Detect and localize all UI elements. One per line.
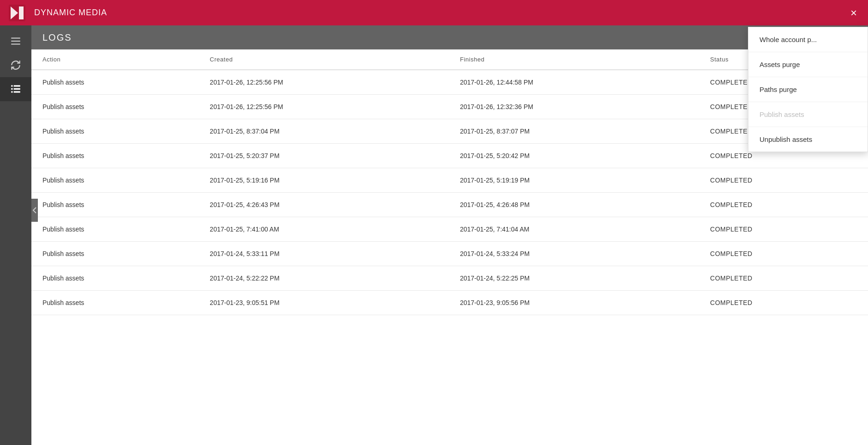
sidebar-item-refresh[interactable] xyxy=(0,53,31,77)
table-row: Publish assets2017-01-24, 5:22:22 PM2017… xyxy=(31,266,868,291)
cell-action: Publish assets xyxy=(31,291,199,315)
dropdown-item-assets-purge[interactable]: Assets purge xyxy=(748,52,868,77)
logs-header: LOGS Log filter Publish assets Whole acc… xyxy=(31,25,868,49)
svg-rect-8 xyxy=(11,88,12,90)
chevron-left-icon xyxy=(32,207,37,214)
cell-finished: 2017-01-25, 7:41:04 AM xyxy=(449,217,699,242)
col-finished: Finished xyxy=(449,49,699,70)
cell-created: 2017-01-25, 8:37:04 PM xyxy=(199,119,449,144)
table-row: Publish assets2017-01-25, 5:20:37 PM2017… xyxy=(31,144,868,168)
cell-action: Publish assets xyxy=(31,242,199,266)
sidebar-item-list[interactable] xyxy=(0,77,31,101)
cell-created: 2017-01-26, 12:25:56 PM xyxy=(199,70,449,95)
cell-finished: 2017-01-26, 12:32:36 PM xyxy=(449,95,699,119)
topbar: DYNAMIC MEDIA × xyxy=(0,0,868,25)
svg-rect-3 xyxy=(11,37,20,38)
table-row: Publish assets2017-01-24, 5:33:11 PM2017… xyxy=(31,242,868,266)
sidebar xyxy=(0,25,31,445)
cell-finished: 2017-01-25, 8:37:07 PM xyxy=(449,119,699,144)
cell-action: Publish assets xyxy=(31,193,199,217)
app-logo xyxy=(7,3,27,23)
dropdown-item-whole-account-purge[interactable]: Whole account p... xyxy=(748,27,868,52)
cell-created: 2017-01-24, 5:33:11 PM xyxy=(199,242,449,266)
cell-action: Publish assets xyxy=(31,95,199,119)
cell-finished: 2017-01-24, 5:33:24 PM xyxy=(449,242,699,266)
cell-status: COMPLETED xyxy=(699,242,868,266)
svg-rect-4 xyxy=(11,41,20,42)
cell-status: COMPLETED xyxy=(699,168,868,193)
cell-created: 2017-01-25, 7:41:00 AM xyxy=(199,217,449,242)
svg-rect-6 xyxy=(11,85,12,86)
sidebar-toggle[interactable] xyxy=(31,199,38,222)
cell-status: COMPLETED xyxy=(699,217,868,242)
svg-rect-2 xyxy=(19,6,24,19)
cell-created: 2017-01-26, 12:25:56 PM xyxy=(199,95,449,119)
table-row: Publish assets2017-01-25, 4:26:43 PM2017… xyxy=(31,193,868,217)
app-title: DYNAMIC MEDIA xyxy=(34,8,847,18)
cell-finished: 2017-01-24, 5:22:25 PM xyxy=(449,266,699,291)
svg-rect-11 xyxy=(14,91,20,92)
close-button[interactable]: × xyxy=(847,4,861,22)
cell-status: COMPLETED xyxy=(699,193,868,217)
svg-rect-9 xyxy=(14,88,20,90)
cell-action: Publish assets xyxy=(31,217,199,242)
cell-created: 2017-01-23, 9:05:51 PM xyxy=(199,291,449,315)
table-header: Action Created Finished Status xyxy=(31,49,868,70)
col-action: Action xyxy=(31,49,199,70)
table-body: Publish assets2017-01-26, 12:25:56 PM201… xyxy=(31,70,868,315)
cell-finished: 2017-01-26, 12:44:58 PM xyxy=(449,70,699,95)
cell-status: COMPLETED xyxy=(699,266,868,291)
cell-action: Publish assets xyxy=(31,266,199,291)
table-row: Publish assets2017-01-26, 12:25:56 PM201… xyxy=(31,70,868,95)
cell-created: 2017-01-25, 5:19:16 PM xyxy=(199,168,449,193)
table-container: Action Created Finished Status Publish a… xyxy=(31,49,868,445)
cell-action: Publish assets xyxy=(31,70,199,95)
table-row: Publish assets2017-01-25, 8:37:04 PM2017… xyxy=(31,119,868,144)
table-row: Publish assets2017-01-26, 12:25:56 PM201… xyxy=(31,95,868,119)
logs-table: Action Created Finished Status Publish a… xyxy=(31,49,868,315)
cell-finished: 2017-01-23, 9:05:56 PM xyxy=(449,291,699,315)
cell-finished: 2017-01-25, 4:26:48 PM xyxy=(449,193,699,217)
main-content: LOGS Log filter Publish assets Whole acc… xyxy=(31,25,868,445)
cell-action: Publish assets xyxy=(31,168,199,193)
refresh-icon xyxy=(10,59,22,71)
svg-rect-5 xyxy=(11,43,20,44)
dropdown-item-unpublish-assets[interactable]: Unpublish assets xyxy=(748,127,868,152)
cell-created: 2017-01-24, 5:22:22 PM xyxy=(199,266,449,291)
filter-dropdown: Whole account p...Assets purgePaths purg… xyxy=(748,27,868,152)
svg-rect-10 xyxy=(11,91,12,92)
cell-created: 2017-01-25, 5:20:37 PM xyxy=(199,144,449,168)
cell-action: Publish assets xyxy=(31,144,199,168)
cell-status: COMPLETED xyxy=(699,291,868,315)
cell-action: Publish assets xyxy=(31,119,199,144)
cell-finished: 2017-01-25, 5:19:19 PM xyxy=(449,168,699,193)
svg-rect-7 xyxy=(14,85,20,86)
dropdown-item-paths-purge[interactable]: Paths purge xyxy=(748,77,868,102)
col-created: Created xyxy=(199,49,449,70)
list-icon xyxy=(10,83,22,95)
table-row: Publish assets2017-01-25, 5:19:16 PM2017… xyxy=(31,168,868,193)
table-row: Publish assets2017-01-23, 9:05:51 PM2017… xyxy=(31,291,868,315)
logs-title: LOGS xyxy=(42,32,764,43)
cell-finished: 2017-01-25, 5:20:42 PM xyxy=(449,144,699,168)
sidebar-item-menu[interactable] xyxy=(0,29,31,53)
table-row: Publish assets2017-01-25, 7:41:00 AM2017… xyxy=(31,217,868,242)
dropdown-item-publish-assets: Publish assets xyxy=(748,102,868,127)
menu-icon xyxy=(10,35,22,47)
cell-created: 2017-01-25, 4:26:43 PM xyxy=(199,193,449,217)
